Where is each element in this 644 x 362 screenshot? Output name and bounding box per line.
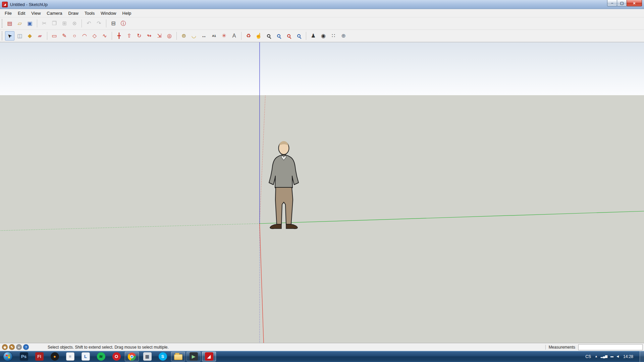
protractor-tool[interactable]: ◡: [189, 31, 199, 41]
menubar-items: FileEditViewCameraDrawToolsWindowHelp: [2, 9, 134, 17]
undo-icon[interactable]: ↶: [84, 19, 94, 28]
menu-draw[interactable]: Draw: [65, 9, 82, 17]
taskbar-item-chrome[interactable]: [125, 352, 139, 361]
menu-help[interactable]: Help: [119, 9, 135, 17]
push-pull-tool-icon: ⇧: [127, 33, 131, 39]
toolbar-grip[interactable]: [2, 19, 2, 28]
line-tool[interactable]: ✎: [60, 31, 69, 41]
model-info-icon[interactable]: ⓘ: [119, 19, 128, 28]
section-plane-tool[interactable]: ⊕: [339, 31, 348, 41]
scale-tool[interactable]: ⇲: [155, 31, 164, 41]
paste-icon[interactable]: ⊞: [60, 19, 69, 28]
zoom-previous-tool[interactable]: [294, 31, 304, 41]
paint-bucket-tool[interactable]: ◆: [25, 31, 35, 41]
save-icon[interactable]: ▣: [25, 19, 35, 28]
taskbar-item-line-app[interactable]: L: [78, 352, 93, 361]
menu-file[interactable]: File: [2, 9, 15, 17]
circle-tool[interactable]: ○: [70, 31, 79, 41]
push-pull-tool[interactable]: ⇧: [124, 31, 134, 41]
show-desktop-button[interactable]: [640, 351, 644, 362]
menubar: FileEditViewCameraDrawToolsWindowHelp: [0, 9, 644, 17]
maximize-button[interactable]: ▢: [617, 0, 627, 6]
text-tool[interactable]: A1: [209, 31, 219, 41]
tape-measure-tool[interactable]: ⊚: [179, 31, 189, 41]
erase-icon[interactable]: ⊗: [70, 19, 79, 28]
geolocation-icon[interactable]: ◉: [2, 344, 8, 350]
zoom-tool[interactable]: [264, 31, 273, 41]
menu-camera[interactable]: Camera: [44, 9, 65, 17]
statusbar-icons: ◉✎●?: [2, 344, 29, 350]
offset-tool[interactable]: ◎: [165, 31, 174, 41]
axes-tool[interactable]: ✳: [219, 31, 229, 41]
copy-icon[interactable]: ❐: [50, 19, 59, 28]
clock[interactable]: 14:28: [623, 354, 633, 359]
follow-me-tool[interactable]: ↬: [145, 31, 154, 41]
minimize-button[interactable]: –: [607, 0, 617, 6]
look-around-tool[interactable]: ◉: [319, 31, 328, 41]
menu-edit[interactable]: Edit: [15, 9, 28, 17]
viewport-canvas[interactable]: [0, 42, 644, 343]
pan-tool[interactable]: ☝: [254, 31, 263, 41]
walk-tool[interactable]: ∷: [329, 31, 338, 41]
zoom-extents-tool[interactable]: [284, 31, 293, 41]
redo-icon[interactable]: ↷: [94, 19, 104, 28]
protractor-tool-icon: ◡: [192, 33, 196, 39]
language-indicator[interactable]: CS: [585, 354, 591, 359]
network-icon[interactable]: ▂▄▆: [601, 355, 607, 358]
close-button[interactable]: ×: [627, 0, 642, 6]
freehand-tool[interactable]: ∿: [100, 31, 109, 41]
rotate-tool[interactable]: ↻: [135, 31, 144, 41]
move-tool[interactable]: ╋: [114, 31, 124, 41]
claim-credit-icon[interactable]: ✎: [9, 344, 15, 350]
cut-icon[interactable]: ✂: [40, 19, 49, 28]
taskbar-item-sketchup[interactable]: ◢: [202, 352, 216, 361]
polygon-tool[interactable]: ◇: [90, 31, 99, 41]
open-file-icon[interactable]: ▱: [15, 19, 24, 28]
taskbar-item-fl-studio[interactable]: ●: [48, 352, 62, 361]
toolbar-tools-items: ➤◫◆▰▭✎○◠◇∿╋⇧↻↬⇲◎⊚◡↔A1✳A♻☝♟◉∷⊕: [5, 31, 348, 41]
start-button[interactable]: [3, 352, 13, 361]
menu-tools[interactable]: Tools: [82, 9, 98, 17]
battery-icon[interactable]: ▬: [610, 355, 613, 358]
taskbar-item-games-app[interactable]: ▦: [140, 352, 154, 361]
undo-icon: ↶: [87, 21, 91, 26]
walk-tool-icon: ∷: [332, 33, 335, 39]
zoom-window-tool[interactable]: [274, 31, 283, 41]
position-camera-tool[interactable]: ♟: [309, 31, 318, 41]
new-document-icon[interactable]: ▤: [5, 19, 14, 28]
volume-icon[interactable]: ◀: [616, 355, 619, 358]
taskbar-item-skype[interactable]: S: [156, 352, 170, 361]
windows-flag-cell: [8, 355, 10, 356]
arc-tool-icon: ◠: [82, 33, 87, 39]
taskbar-item-notepad[interactable]: ≡: [63, 352, 77, 361]
measurements-input[interactable]: [578, 344, 643, 350]
sky: [0, 42, 644, 95]
erase-icon: ⊗: [72, 21, 76, 26]
dimension-tool[interactable]: ↔: [199, 31, 209, 41]
print-icon[interactable]: ⊟: [109, 19, 118, 28]
taskbar-item-media-app[interactable]: ▶: [186, 352, 201, 361]
section-plane-tool-icon: ⊕: [341, 33, 345, 39]
taskbar-item-photoshop[interactable]: Ps: [17, 352, 31, 361]
make-component-tool[interactable]: ◫: [15, 31, 24, 41]
orbit-tool[interactable]: ♻: [244, 31, 253, 41]
taskbar-item-flash[interactable]: Fl: [32, 352, 46, 361]
sign-in-icon[interactable]: ●: [16, 344, 22, 350]
menu-view[interactable]: View: [28, 9, 44, 17]
taskbar-item-explorer-folder[interactable]: [171, 352, 185, 361]
help-icon[interactable]: ?: [23, 344, 29, 350]
select-tool[interactable]: ➤: [5, 31, 14, 41]
taskbar-item-opera[interactable]: O: [109, 352, 123, 361]
3d-text-tool[interactable]: A: [229, 31, 239, 41]
arc-tool[interactable]: ◠: [80, 31, 89, 41]
taskbar-item-spotify[interactable]: ≋: [94, 352, 108, 361]
eraser-tool[interactable]: ▰: [35, 31, 45, 41]
line-tool-icon: ✎: [62, 33, 66, 39]
show-hidden-icons-icon[interactable]: ▲: [595, 355, 598, 358]
open-file-icon: ▱: [18, 21, 22, 26]
rectangle-tool[interactable]: ▭: [50, 31, 59, 41]
taskbar-items: PsFl●≡L≋O▦S▶◢: [16, 352, 217, 361]
flash-icon: Fl: [35, 352, 44, 361]
menu-window[interactable]: Window: [98, 9, 119, 17]
toolbar-grip[interactable]: [2, 32, 2, 40]
